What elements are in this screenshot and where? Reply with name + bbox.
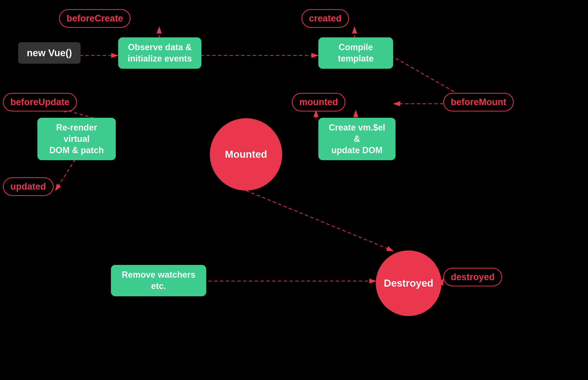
- lifecycle-diagram: new Vue() Observe data & initialize even…: [0, 0, 588, 380]
- destroyed-hook-label: destroyed: [443, 268, 502, 286]
- svg-line-12: [441, 279, 443, 284]
- mounted-circle: Mounted: [210, 118, 282, 190]
- re-render-box: Re-render virtual DOM & patch: [37, 118, 116, 160]
- updated-hook: updated: [3, 177, 54, 196]
- new-vue-box: new Vue(): [18, 42, 81, 64]
- destroyed-circle: Destroyed: [376, 250, 441, 316]
- before-create-hook: beforeCreate: [59, 9, 130, 28]
- mounted-hook-label: mounted: [292, 93, 345, 112]
- observe-data-box: Observe data & initialize events: [118, 38, 202, 69]
- compile-template-box: Compile template: [318, 38, 393, 69]
- svg-line-11: [246, 190, 393, 251]
- before-mount-hook: beforeMount: [443, 93, 514, 112]
- arrows-overlay: [0, 0, 588, 380]
- created-hook: created: [301, 9, 349, 28]
- create-vm-box: Create vm.$el & update DOM: [318, 118, 396, 160]
- remove-watchers-box: Remove watchers etc.: [111, 265, 206, 296]
- before-update-hook: beforeUpdate: [3, 93, 77, 112]
